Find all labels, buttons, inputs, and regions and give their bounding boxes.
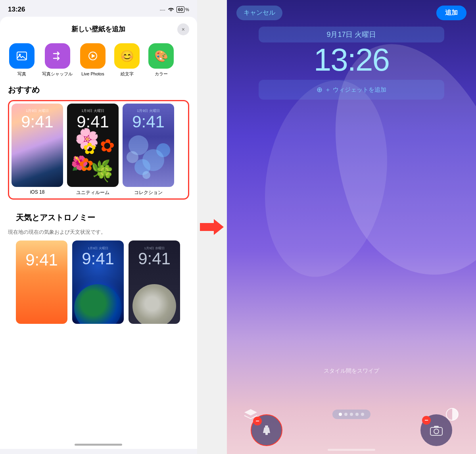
wallpaper-card-collection[interactable]: 1月9日 火曜日 9:41 コレクション bbox=[123, 104, 174, 196]
signal-icon: ···· bbox=[159, 7, 165, 13]
recommended-section: おすすめ 1月9日 火曜日 9:41 iOS 18 1月9日 火曜日 bbox=[0, 85, 197, 206]
wp-collection-label: コレクション bbox=[134, 187, 163, 196]
weather-wallpaper-row: 9:41 1月9日 火曜日 9:41 1月9日 水曜日 bbox=[8, 240, 189, 324]
left-panel: 13:26 ···· 60 % 新しい壁紙を追加 × 写真 bbox=[0, 0, 197, 454]
color-icon: 🎨 bbox=[148, 43, 174, 69]
plus-icon: ⊕ bbox=[317, 85, 322, 94]
section-title-weather: 天気とアストロノミー bbox=[8, 212, 189, 228]
sheet-header: 新しい壁紙を追加 × bbox=[0, 25, 197, 40]
flashlight-remove-button[interactable]: − bbox=[253, 417, 262, 425]
photos-label: 写真 bbox=[17, 71, 26, 77]
add-widget-button[interactable]: ⊕ ＋ ウィジェットを追加 bbox=[259, 80, 444, 100]
wallpaper-card-ios18[interactable]: 1月9日 火曜日 9:41 iOS 18 bbox=[12, 104, 63, 196]
wp-ios18-label: iOS 18 bbox=[30, 187, 45, 195]
svg-rect-7 bbox=[265, 433, 268, 435]
right-arrow-icon bbox=[200, 219, 224, 235]
shuffle-icon bbox=[45, 43, 70, 69]
camera-icon bbox=[430, 424, 443, 436]
category-row: 写真 写真シャッフル Live Photos 😊 絵文字 🎨 カラー bbox=[0, 40, 197, 85]
wallpaper-card-unity[interactable]: 1月9日 火曜日 9:41 🌸 ✿ ✿ 🌺 🌿 ✿ 🍀 ユニティルーム bbox=[67, 104, 119, 196]
flashlight-widget[interactable]: − bbox=[251, 414, 282, 446]
wallpaper-unity-preview: 1月9日 火曜日 9:41 🌸 ✿ ✿ 🌺 🌿 ✿ 🍀 bbox=[67, 104, 119, 187]
wp-collection-time: 9:41 bbox=[123, 112, 174, 131]
status-icons: ···· 60 % bbox=[159, 6, 189, 13]
home-indicator bbox=[328, 449, 375, 451]
photos-icon bbox=[9, 43, 35, 69]
wallpaper-collection-preview: 1月9日 火曜日 9:41 bbox=[123, 104, 174, 187]
category-item-shuffle[interactable]: 写真シャッフル bbox=[42, 43, 73, 77]
livephotos-label: Live Photos bbox=[81, 71, 104, 77]
status-bar: 13:26 ···· 60 % bbox=[0, 0, 197, 17]
home-indicator-left bbox=[75, 444, 122, 446]
arrow-area bbox=[197, 0, 227, 454]
svg-marker-3 bbox=[92, 54, 95, 58]
camera-widget[interactable]: − bbox=[420, 414, 452, 446]
sheet-title: 新しい壁紙を追加 bbox=[71, 25, 125, 34]
weather-card-3[interactable]: 1月9日 水曜日 9:41 bbox=[129, 240, 180, 324]
recommended-box: 1月9日 火曜日 9:41 iOS 18 1月9日 火曜日 9:41 🌸 ✿ bbox=[8, 100, 189, 200]
status-time: 13:26 bbox=[8, 6, 25, 13]
section-title-recommended: おすすめ bbox=[0, 85, 197, 100]
svg-point-9 bbox=[434, 429, 439, 434]
weather-card-2[interactable]: 1月9日 火曜日 9:41 bbox=[72, 240, 124, 324]
svg-marker-4 bbox=[200, 219, 224, 235]
close-button[interactable]: × bbox=[177, 23, 189, 35]
wifi-icon bbox=[168, 7, 174, 13]
right-panel: キャンセル 追加 9月17日 火曜日 13:26 ⊕ ＋ ウィジェットを追加 ス… bbox=[227, 0, 476, 454]
emoji-icon: 😊 bbox=[114, 43, 140, 69]
color-label: カラー bbox=[155, 71, 168, 77]
svg-rect-6 bbox=[265, 425, 268, 427]
flashlight-icon bbox=[260, 424, 273, 437]
add-button[interactable]: 追加 bbox=[436, 6, 466, 20]
category-item-photos[interactable]: 写真 bbox=[8, 43, 36, 77]
weather-desc: 現在地の現在の気象および天文状況です。 bbox=[8, 228, 189, 240]
wp-ios18-time: 9:41 bbox=[12, 112, 63, 131]
right-status-bar: キャンセル 追加 bbox=[227, 0, 476, 23]
shuffle-label: 写真シャッフル bbox=[42, 71, 73, 77]
sheet-container: 新しい壁紙を追加 × 写真 写真シャッフル Live Photos bbox=[0, 17, 197, 449]
emoji-label: 絵文字 bbox=[121, 71, 134, 77]
camera-remove-button[interactable]: − bbox=[422, 416, 431, 425]
lock-screen-time: 13:26 bbox=[227, 44, 476, 76]
livephotos-icon bbox=[80, 43, 106, 69]
weather-card-1[interactable]: 9:41 bbox=[16, 240, 67, 324]
add-widget-label: ＋ ウィジェットを追加 bbox=[325, 86, 386, 94]
category-item-livephotos[interactable]: Live Photos bbox=[79, 43, 107, 77]
battery-icon: 60 % bbox=[177, 6, 189, 13]
wallpaper-ios18-preview: 1月9日 火曜日 9:41 bbox=[12, 104, 63, 187]
lock-screen-date: 9月17日 火曜日 bbox=[259, 27, 444, 42]
bottom-widgets: − − bbox=[227, 414, 476, 446]
battery-level: 60 bbox=[177, 6, 184, 13]
cancel-button[interactable]: キャンセル bbox=[236, 6, 282, 20]
wp-unity-label: ユニティルーム bbox=[76, 187, 109, 196]
category-item-color[interactable]: 🎨 カラー bbox=[147, 43, 175, 77]
swipe-hint: スタイル間をスワイプ bbox=[227, 367, 476, 375]
category-item-emoji[interactable]: 😊 絵文字 bbox=[113, 43, 141, 77]
weather-section: 天気とアストロノミー 現在地の現在の気象および天文状況です。 9:41 1月9日… bbox=[0, 206, 197, 324]
